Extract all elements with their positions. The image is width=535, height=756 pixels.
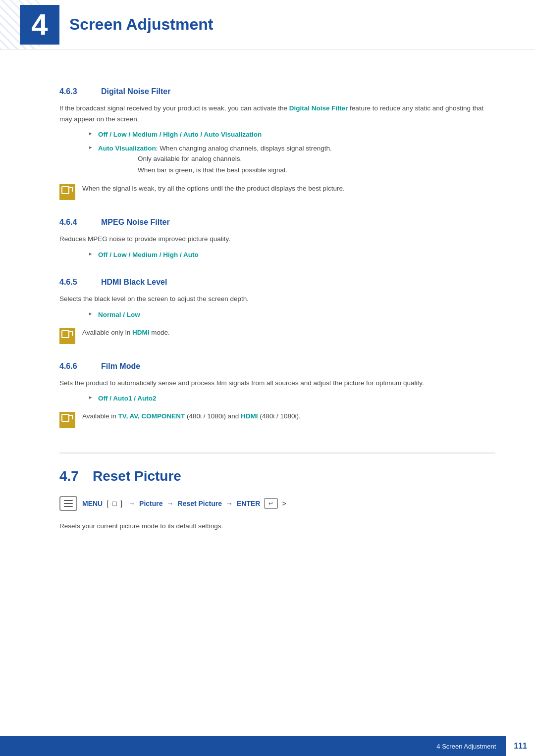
section-463-note: When the signal is weak, try all the opt…: [59, 183, 495, 200]
section-466-note-text: Available in TV, AV, COMPONENT (480i / 1…: [82, 411, 495, 422]
section-465-note-text: Available only in HDMI mode.: [82, 327, 495, 338]
section-463-note-text: When the signal is weak, try all the opt…: [82, 183, 495, 194]
section-463-bullets: Off / Low / Medium / High / Auto / Auto …: [89, 129, 495, 176]
section-47-body: Resets your current picture mode to its …: [59, 521, 495, 532]
page-footer: 4 Screen Adjustment 111: [0, 736, 535, 756]
section-463-heading: 4.6.3 Digital Noise Filter: [59, 87, 495, 96]
section-466-heading: 4.6.6 Film Mode: [59, 362, 495, 371]
note-icon-463: [59, 184, 75, 200]
menu-bracket-sq: □: [112, 500, 116, 507]
section-466-note-hl1: TV, AV, COMPONENT: [118, 412, 185, 420]
section-463-body: If the broadcast signal received by your…: [59, 103, 495, 124]
section-466-number: 4.6.6: [59, 362, 89, 371]
section-464-title: MPEG Noise Filter: [101, 218, 170, 227]
section-466-bullet1: Off / Auto1 / Auto2: [89, 393, 495, 404]
section-465-note-hl: HDMI: [132, 329, 150, 336]
menu-arrow-1: →: [128, 500, 135, 507]
menu-bracket-open: [: [105, 500, 110, 507]
section-464-bullet1: Off / Low / Medium / High / Auto: [89, 250, 495, 260]
section-466-note-hl2: HDMI: [241, 412, 258, 420]
section-466-bullets: Off / Auto1 / Auto2: [89, 393, 495, 404]
section-463-title: Digital Noise Filter: [101, 87, 170, 96]
section-465-note: Available only in HDMI mode.: [59, 327, 495, 344]
section-463-bullet2: Auto Visualization: When changing analog…: [89, 143, 495, 176]
menu-item2: Reset Picture: [178, 500, 222, 507]
section-465-body: Selects the black level on the screen to…: [59, 294, 495, 304]
section-463-sub1: Only available for analog channels.: [138, 153, 495, 165]
section-466-title: Film Mode: [101, 362, 140, 371]
section-463-sub2: When bar is green, is that the best poss…: [138, 165, 495, 176]
section-47-title: Reset Picture: [93, 468, 181, 484]
footer-page-number: 111: [506, 736, 535, 756]
menu-arrow-3: →: [226, 500, 233, 507]
section-463-bullet2-label: Auto Visualization: [98, 145, 156, 152]
menu-item1: Picture: [139, 500, 162, 507]
menu-icon-line1: [64, 500, 73, 501]
page-header: 4 Screen Adjustment: [0, 0, 535, 50]
section-466-bullet1-label: Off / Auto1 / Auto2: [98, 395, 157, 402]
menu-path: MENU [ □ ] → Picture → Reset Picture → E…: [59, 496, 495, 511]
chapter-number-block: 4: [20, 5, 59, 45]
section-465-bullet1-label: Normal / Low: [98, 311, 140, 318]
menu-arrow-2: →: [167, 500, 174, 507]
menu-end-arrow: >: [282, 500, 286, 507]
section-465-number: 4.6.5: [59, 278, 89, 287]
section-463-number: 4.6.3: [59, 87, 89, 96]
section-463-bullet1: Off / Low / Medium / High / Auto / Auto …: [89, 129, 495, 140]
menu-icon-line3: [64, 506, 73, 507]
section-465-heading: 4.6.5 HDMI Black Level: [59, 278, 495, 287]
section-47-number: 4.7: [59, 468, 79, 484]
footer-text: 4 Screen Adjustment: [436, 743, 506, 750]
section-466-note: Available in TV, AV, COMPONENT (480i / 1…: [59, 411, 495, 428]
section-47: 4.7 Reset Picture MENU [ □ ] → Picture →…: [59, 453, 495, 532]
section-465-bullets: Normal / Low: [89, 309, 495, 320]
enter-label: ENTER: [237, 500, 260, 507]
section-464-bullet1-label: Off / Low / Medium / High / Auto: [98, 251, 199, 258]
section-464-heading: 4.6.4 MPEG Noise Filter: [59, 218, 495, 227]
section-465-bullet1: Normal / Low: [89, 309, 495, 320]
section-464-number: 4.6.4: [59, 218, 89, 227]
note-icon-465: [59, 328, 75, 344]
page-content: 4.6.3 Digital Noise Filter If the broadc…: [0, 50, 535, 576]
section-463-bullet1-label: Off / Low / Medium / High / Auto / Auto …: [98, 131, 262, 138]
section-464-body: Reduces MPEG noise to provide improved p…: [59, 234, 495, 245]
section-463-bullet2-text: : When changing analog channels, display…: [156, 145, 332, 152]
chapter-title: Screen Adjustment: [69, 15, 213, 34]
menu-bracket-close: ]: [118, 500, 124, 507]
note-icon-466: [59, 412, 75, 428]
menu-icon: [59, 496, 77, 511]
section-463-hl: Digital Noise Filter: [289, 104, 348, 112]
section-464-bullets: Off / Low / Medium / High / Auto: [89, 250, 495, 260]
section-47-heading: 4.7 Reset Picture: [59, 468, 495, 484]
menu-icon-line2: [64, 503, 73, 504]
menu-icon-inner: [64, 500, 73, 507]
section-466-body: Sets the product to automatically sense …: [59, 378, 495, 389]
menu-label: MENU: [82, 500, 103, 507]
chapter-number: 4: [31, 10, 48, 40]
enter-icon: ↵: [264, 498, 278, 509]
section-465-title: HDMI Black Level: [101, 278, 167, 287]
